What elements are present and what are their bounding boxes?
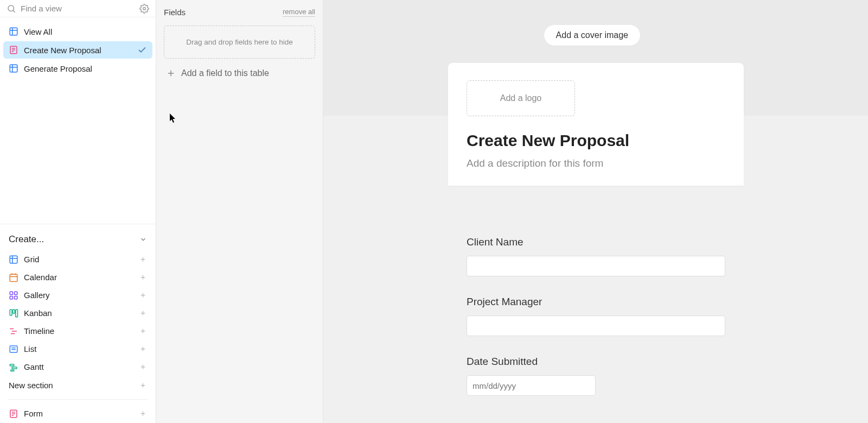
svg-line-1 <box>13 10 15 12</box>
views-list: View All Create New Proposal Generate Pr… <box>0 17 156 78</box>
grid-icon <box>9 64 18 73</box>
search-input[interactable] <box>21 4 139 13</box>
calendar-icon <box>9 273 18 282</box>
client-name-input[interactable] <box>467 256 725 276</box>
field-label: Date Submitted <box>467 356 725 368</box>
svg-point-0 <box>8 5 14 11</box>
create-section: Create... Grid ＋ Calendar ＋ Gallery ＋ <box>0 224 156 423</box>
svg-point-2 <box>143 7 146 10</box>
svg-rect-24 <box>10 310 12 315</box>
list-icon <box>9 344 18 354</box>
grid-icon <box>9 255 18 264</box>
create-item-grid[interactable]: Grid ＋ <box>2 250 154 268</box>
create-item-label: Gallery <box>24 291 50 300</box>
svg-rect-34 <box>12 367 17 369</box>
grid-icon <box>9 27 18 36</box>
view-item-label: Generate Proposal <box>24 64 92 73</box>
view-item-label: Create New Proposal <box>24 46 101 55</box>
field-client-name: Client Name <box>467 236 725 276</box>
form-title[interactable]: Create New Proposal <box>467 131 725 150</box>
create-item-label: Calendar <box>24 273 57 282</box>
field-label: Client Name <box>467 236 725 248</box>
plus-icon <box>166 68 176 78</box>
create-item-kanban[interactable]: Kanban ＋ <box>2 304 154 322</box>
new-section-button[interactable]: New section ＋ <box>2 376 154 395</box>
view-item-view-all[interactable]: View All <box>3 23 152 40</box>
field-project-manager: Project Manager <box>467 296 725 336</box>
search-icon <box>7 4 16 14</box>
divider <box>8 399 148 400</box>
view-item-label: View All <box>24 27 52 36</box>
svg-rect-26 <box>16 310 18 317</box>
svg-rect-33 <box>10 364 14 365</box>
svg-rect-25 <box>13 310 15 313</box>
create-item-timeline[interactable]: Timeline ＋ <box>2 322 154 340</box>
form-icon <box>9 409 18 419</box>
create-item-calendar[interactable]: Calendar ＋ <box>2 268 154 286</box>
gear-icon[interactable] <box>139 4 149 14</box>
form-canvas: Add a cover image Add a logo Create New … <box>323 0 868 423</box>
svg-rect-3 <box>10 28 17 35</box>
create-header[interactable]: Create... <box>2 231 154 250</box>
view-item-generate-proposal[interactable]: Generate Proposal <box>3 60 152 77</box>
fields-dropzone[interactable]: Drag and drop fields here to hide <box>164 26 315 59</box>
plus-icon: ＋ <box>139 254 147 264</box>
plus-icon: ＋ <box>139 290 147 300</box>
chevron-down-icon <box>139 236 147 243</box>
left-sidebar: View All Create New Proposal Generate Pr… <box>0 0 156 423</box>
fields-header: Fields remove all <box>164 8 315 17</box>
plus-icon: ＋ <box>139 308 147 318</box>
form-icon <box>9 45 18 55</box>
form-header-card: Add a logo Create New Proposal Add a des… <box>448 63 744 186</box>
add-logo-button[interactable]: Add a logo <box>467 80 575 116</box>
field-label: Project Manager <box>467 296 725 308</box>
timeline-icon <box>9 326 18 336</box>
new-section-label: New section <box>9 381 53 390</box>
create-item-label: Timeline <box>24 326 54 336</box>
form-item-label: Form <box>24 409 43 418</box>
create-item-label: Kanban <box>24 308 52 318</box>
create-header-label: Create... <box>9 234 44 245</box>
svg-rect-35 <box>11 370 14 371</box>
svg-rect-16 <box>10 274 17 282</box>
kanban-icon <box>9 308 18 318</box>
create-item-label: List <box>24 344 36 353</box>
form-description[interactable]: Add a description for this form <box>467 157 725 169</box>
project-manager-input[interactable] <box>467 315 725 336</box>
plus-icon: ＋ <box>139 362 147 372</box>
plus-icon: ＋ <box>139 408 147 419</box>
create-item-list[interactable]: List ＋ <box>2 340 154 358</box>
view-search-row <box>0 0 156 17</box>
view-item-create-new-proposal[interactable]: Create New Proposal <box>3 41 152 59</box>
plus-icon: ＋ <box>139 272 147 282</box>
svg-rect-13 <box>10 256 17 263</box>
form-fields-area: Client Name Project Manager Date Submitt… <box>448 220 744 423</box>
add-field-label: Add a field to this table <box>181 68 269 78</box>
gallery-icon <box>9 291 18 300</box>
svg-rect-23 <box>15 296 17 299</box>
create-item-form[interactable]: Form ＋ <box>2 404 154 423</box>
gantt-icon <box>9 362 18 372</box>
remove-all-button[interactable]: remove all <box>283 8 315 17</box>
cursor-icon <box>170 113 176 123</box>
svg-rect-22 <box>10 296 12 299</box>
plus-icon: ＋ <box>139 344 147 354</box>
create-item-label: Gantt <box>24 362 44 371</box>
date-submitted-input[interactable] <box>467 375 596 396</box>
svg-rect-10 <box>10 65 17 72</box>
add-field-button[interactable]: Add a field to this table <box>164 67 315 79</box>
fields-panel: Fields remove all Drag and drop fields h… <box>156 0 323 423</box>
svg-rect-20 <box>10 292 12 294</box>
svg-rect-21 <box>15 292 17 294</box>
create-list: Grid ＋ Calendar ＋ Gallery ＋ Kanban ＋ Tim <box>2 250 154 423</box>
create-item-label: Grid <box>24 255 39 264</box>
add-cover-button[interactable]: Add a cover image <box>544 25 640 46</box>
create-item-gallery[interactable]: Gallery ＋ <box>2 286 154 304</box>
create-item-gantt[interactable]: Gantt ＋ <box>2 358 154 376</box>
plus-icon: ＋ <box>139 326 147 336</box>
check-icon <box>137 45 147 55</box>
fields-title: Fields <box>164 8 186 17</box>
field-date-submitted: Date Submitted <box>467 356 725 396</box>
plus-icon: ＋ <box>139 380 147 390</box>
